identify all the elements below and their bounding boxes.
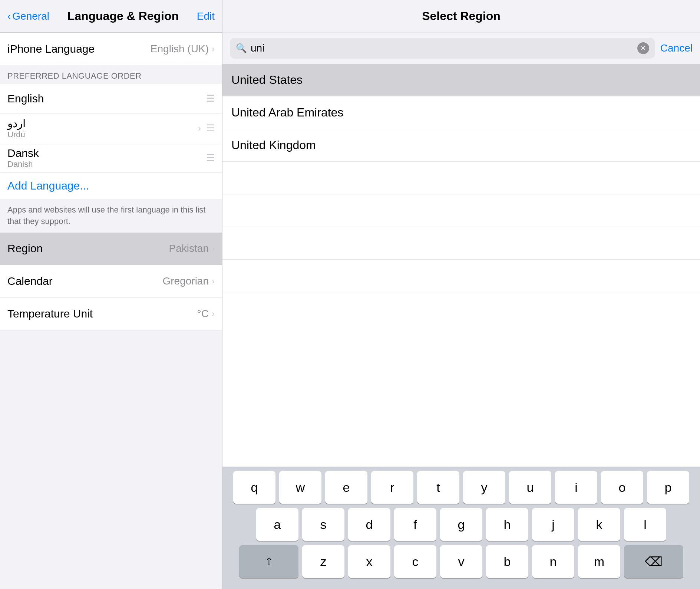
reorder-icon-english[interactable]: ☰ [206, 93, 215, 104]
language-controls-urdu: › ☰ [198, 122, 215, 134]
key-v[interactable]: v [440, 545, 482, 578]
iphone-language-value: English (UK) [151, 43, 209, 55]
key-k[interactable]: k [578, 508, 620, 541]
add-language-button[interactable]: Add Language... [0, 173, 222, 199]
chevron-right-region: › [212, 243, 215, 254]
select-region-header: Select Region [222, 0, 700, 33]
reorder-icon-urdu[interactable]: ☰ [206, 122, 215, 134]
clear-button[interactable]: ✕ [637, 42, 649, 54]
chevron-left-icon: ‹ [7, 10, 11, 22]
chevron-right-icon: › [212, 44, 215, 54]
result-item-0[interactable]: United States [222, 64, 700, 96]
search-icon: 🔍 [236, 43, 247, 53]
search-bar-container: 🔍 ✕ Cancel [222, 33, 700, 64]
chevron-right-temperature: › [212, 309, 215, 319]
nav-back-button[interactable]: ‹ General [7, 10, 49, 22]
language-sub-dansk: Danish [7, 159, 39, 169]
key-w[interactable]: w [279, 471, 321, 504]
temperature-value: °C [197, 308, 209, 320]
result-item-empty-3 [222, 227, 700, 260]
reorder-icon-dansk[interactable]: ☰ [206, 152, 215, 164]
key-y[interactable]: y [463, 471, 505, 504]
cancel-button[interactable]: Cancel [660, 42, 693, 54]
search-bar[interactable]: 🔍 ✕ [230, 38, 655, 59]
result-item-empty-2 [222, 194, 700, 227]
keyboard: q w e r t y u i o p a s d f g h j k l ⇧ … [222, 467, 700, 589]
temperature-row[interactable]: Temperature Unit °C › [0, 298, 222, 330]
right-panel: Select Region 🔍 ✕ Cancel United States U… [222, 0, 700, 589]
calendar-label: Calendar [7, 275, 53, 287]
key-n[interactable]: n [532, 545, 574, 578]
region-settings-section: Region Pakistan › Calendar Gregorian › T… [0, 233, 222, 330]
backspace-key[interactable]: ⌫ [624, 545, 683, 578]
search-input[interactable] [251, 42, 634, 54]
result-text-0: United States [231, 73, 303, 87]
region-row[interactable]: Region Pakistan › [0, 233, 222, 265]
region-label: Region [7, 242, 43, 255]
key-u[interactable]: u [509, 471, 551, 504]
key-b[interactable]: b [486, 545, 528, 578]
key-d[interactable]: d [348, 508, 390, 541]
nav-back-label[interactable]: General [12, 10, 49, 22]
key-p[interactable]: p [647, 471, 689, 504]
keyboard-row-3: ⇧ z x c v b n m ⌫ [225, 545, 697, 578]
language-info-dansk: Dansk Danish [7, 147, 39, 169]
key-g[interactable]: g [440, 508, 482, 541]
language-name-dansk: Dansk [7, 147, 39, 159]
chevron-right-urdu: › [198, 123, 201, 134]
calendar-value-container: Gregorian › [162, 275, 215, 287]
nav-bar: ‹ General Language & Region Edit [0, 0, 222, 33]
result-item-empty-4 [222, 260, 700, 292]
language-footnote: Apps and websites will use the first lan… [0, 199, 222, 233]
language-name-english: English [7, 92, 44, 105]
nav-title: Language & Region [67, 9, 179, 23]
chevron-right-calendar: › [212, 276, 215, 286]
result-text-2: United Kingdom [231, 138, 316, 152]
key-s[interactable]: s [302, 508, 344, 541]
result-item-empty-1 [222, 162, 700, 194]
left-panel: ‹ General Language & Region Edit iPhone … [0, 0, 222, 589]
calendar-value: Gregorian [162, 275, 209, 287]
key-t[interactable]: t [417, 471, 459, 504]
language-row-english[interactable]: English ☰ [0, 84, 222, 113]
temperature-label: Temperature Unit [7, 307, 93, 320]
select-region-title: Select Region [422, 9, 501, 23]
shift-key[interactable]: ⇧ [239, 545, 298, 578]
key-e[interactable]: e [325, 471, 367, 504]
key-j[interactable]: j [532, 508, 574, 541]
language-sub-urdu: Urdu [7, 130, 26, 139]
language-controls-english: ☰ [206, 93, 215, 104]
calendar-row[interactable]: Calendar Gregorian › [0, 265, 222, 298]
result-text-1: United Arab Emirates [231, 106, 343, 119]
result-item-2[interactable]: United Kingdom [222, 129, 700, 162]
language-order-section: English ☰ اردو Urdu › ☰ Dansk Danish [0, 84, 222, 173]
key-r[interactable]: r [371, 471, 413, 504]
temperature-value-container: °C › [197, 308, 215, 320]
iphone-language-value-container: English (UK) › [151, 43, 215, 55]
edit-button[interactable]: Edit [197, 10, 215, 22]
key-z[interactable]: z [302, 545, 344, 578]
keyboard-row-2: a s d f g h j k l [225, 508, 697, 541]
language-info-english: English [7, 92, 44, 105]
region-value-container: Pakistan › [169, 243, 215, 254]
key-c[interactable]: c [394, 545, 436, 578]
language-row-dansk[interactable]: Dansk Danish ☰ [0, 143, 222, 173]
key-f[interactable]: f [394, 508, 436, 541]
key-a[interactable]: a [256, 508, 298, 541]
language-row-urdu[interactable]: اردو Urdu › ☰ [0, 113, 222, 143]
region-value: Pakistan [169, 243, 209, 254]
keyboard-row-1: q w e r t y u i o p [225, 471, 697, 504]
key-m[interactable]: m [578, 545, 620, 578]
key-h[interactable]: h [486, 508, 528, 541]
key-l[interactable]: l [624, 508, 666, 541]
key-q[interactable]: q [233, 471, 275, 504]
preferred-language-header: PREFERRED LANGUAGE ORDER [0, 65, 222, 84]
key-o[interactable]: o [601, 471, 643, 504]
results-list: United States United Arab Emirates Unite… [222, 64, 700, 467]
iphone-language-label: iPhone Language [7, 43, 95, 55]
result-item-1[interactable]: United Arab Emirates [222, 96, 700, 129]
key-i[interactable]: i [555, 471, 597, 504]
key-x[interactable]: x [348, 545, 390, 578]
iphone-language-section: iPhone Language English (UK) › [0, 33, 222, 65]
iphone-language-row[interactable]: iPhone Language English (UK) › [0, 33, 222, 65]
